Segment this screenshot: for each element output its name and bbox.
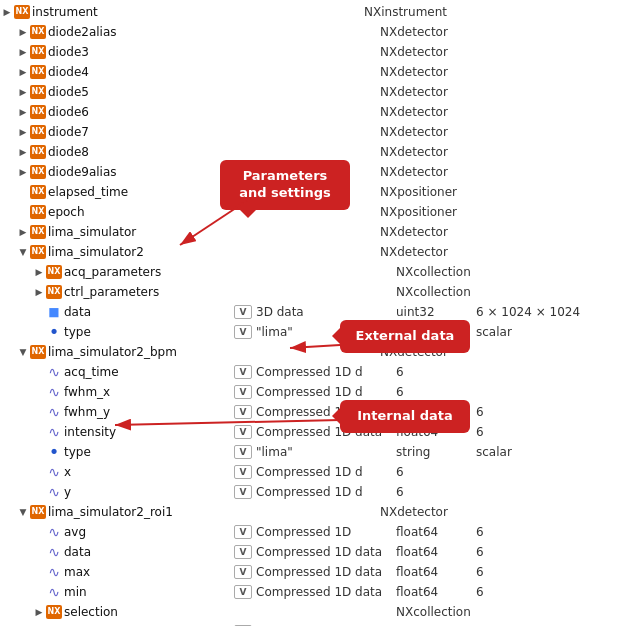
tree-row[interactable]: ∿yVCompressed 1D d6 (0, 482, 641, 502)
tree-row[interactable]: ▼NXlima_simulator2NXdetector (0, 242, 641, 262)
nx-icon: NX (30, 125, 46, 139)
row-shape: 6 (396, 465, 404, 479)
expand-button[interactable]: ▶ (16, 65, 30, 79)
tree-rows: ▶NXinstrumentNXinstrument▶NXdiode2aliasN… (0, 2, 641, 626)
tree-row[interactable]: ▶NXlima_simulatorNXdetector (0, 222, 641, 242)
row-shape: 6 (396, 365, 404, 379)
tree-row[interactable]: ∿minVCompressed 1D datafloat646 (0, 582, 641, 602)
nx-icon: NX (30, 205, 46, 219)
row-type: float64 (396, 525, 476, 539)
dot-icon: • (46, 445, 62, 459)
tree-row[interactable]: ∿maxVCompressed 1D datafloat646 (0, 562, 641, 582)
nx-icon: NX (30, 225, 46, 239)
row-shape: scalar (476, 325, 512, 339)
nx-icon: NX (30, 185, 46, 199)
tree-row[interactable]: ▶NXinstrumentNXinstrument (0, 2, 641, 22)
v-badge: V (234, 545, 252, 559)
row-desc: 3D data (256, 305, 396, 319)
row-name: intensity (64, 425, 234, 439)
tree-row[interactable]: ▶NXctrl_parametersNXcollection (0, 282, 641, 302)
row-shape: 6 (476, 565, 484, 579)
row-type: NXinstrument (364, 5, 447, 19)
row-name: diode8 (48, 145, 218, 159)
tree-row[interactable]: ▼NXlima_simulator2_roi1NXdetector (0, 502, 641, 522)
tree-row[interactable]: ∿xVCompressed 1D d6 (0, 462, 641, 482)
tree-row[interactable]: •typeV"lima"stringscalar (0, 442, 641, 462)
collapse-button[interactable]: ▼ (16, 345, 30, 359)
nx-icon: NX (30, 145, 46, 159)
row-name: diode3 (48, 45, 218, 59)
nx-icon: NX (30, 25, 46, 39)
tree-row[interactable]: ∿acq_timeVCompressed 1D d6 (0, 362, 641, 382)
wave-icon: ∿ (46, 585, 62, 599)
tree-row[interactable]: ∿fwhm_xVCompressed 1D d6 (0, 382, 641, 402)
nx-icon: NX (30, 505, 46, 519)
expand-button[interactable]: ▶ (16, 145, 30, 159)
row-desc: "lima" (256, 445, 396, 459)
row-desc: Compressed 1D data (256, 585, 396, 599)
nx-icon: NX (30, 165, 46, 179)
row-desc: Compressed 1D data (256, 545, 396, 559)
row-name: diode2alias (48, 25, 218, 39)
tree-container: ▶NXinstrumentNXinstrument▶NXdiode2aliasN… (0, 0, 641, 626)
tree-row[interactable]: NXepochNXpositioner (0, 202, 641, 222)
nx-icon: NX (30, 105, 46, 119)
dot-icon: • (46, 325, 62, 339)
expand-button[interactable]: ▶ (16, 105, 30, 119)
tree-row[interactable]: ▶NXdiode4NXdetector (0, 62, 641, 82)
row-type: NXdetector (380, 245, 460, 259)
tree-row[interactable]: ∿avgVCompressed 1Dfloat646 (0, 522, 641, 542)
row-type: NXcollection (396, 605, 476, 619)
tree-row[interactable]: ■dataV3D datauint326 × 1024 × 1024 (0, 302, 641, 322)
expand-button[interactable]: ▶ (16, 45, 30, 59)
tree-row[interactable]: ▶NXdiode5NXdetector (0, 82, 641, 102)
row-name: data (64, 545, 234, 559)
tree-row[interactable]: •typeV"lima"stringscalar (0, 322, 641, 342)
expand-button[interactable]: ▶ (16, 125, 30, 139)
tree-row[interactable]: ∿fwhm_yVCompressed 1D datafloat646 (0, 402, 641, 422)
row-name: y (64, 485, 234, 499)
row-name: selection (64, 605, 234, 619)
expand-button[interactable]: ▶ (16, 25, 30, 39)
tree-row[interactable]: ∿intensityVCompressed 1D datafloat646 (0, 422, 641, 442)
expand-button[interactable]: ▶ (0, 5, 14, 19)
nx-icon: NX (30, 65, 46, 79)
row-name: instrument (32, 5, 202, 19)
tree-row[interactable]: ▼NXlima_simulator2_bpmNXdetector (0, 342, 641, 362)
tree-row[interactable]: ▶NXselectionNXcollection (0, 602, 641, 622)
collapse-button[interactable]: ▼ (16, 245, 30, 259)
row-desc: Compressed 1D data (256, 565, 396, 579)
collapse-button[interactable]: ▼ (16, 505, 30, 519)
tree-row[interactable]: ▶NXdiode6NXdetector (0, 102, 641, 122)
tree-row[interactable]: ▶NXdiode3NXdetector (0, 42, 641, 62)
tree-row[interactable]: ∿stdVCompressed 1D datafloat646 (0, 622, 641, 626)
row-desc: Compressed 1D d (256, 365, 396, 379)
row-type: NXdetector (380, 105, 460, 119)
row-type: uint32 (396, 305, 476, 319)
row-name: max (64, 565, 234, 579)
row-desc: Compressed 1D data (256, 425, 396, 439)
wave-icon: ∿ (46, 465, 62, 479)
nx-icon: NX (14, 5, 30, 19)
row-name: lima_simulator2_roi1 (48, 505, 218, 519)
row-type: NXcollection (396, 285, 476, 299)
expand-button[interactable]: ▶ (32, 285, 46, 299)
tree-row[interactable]: ▶NXdiode9aliasNXdetector (0, 162, 641, 182)
tree-row[interactable]: ∿dataVCompressed 1D datafloat646 (0, 542, 641, 562)
row-name: elapsed_time (48, 185, 218, 199)
row-shape: 6 (396, 485, 404, 499)
tree-row[interactable]: NXelapsed_timeNXpositioner (0, 182, 641, 202)
tree-row[interactable]: ▶NXacq_parametersNXcollection (0, 262, 641, 282)
expand-button[interactable]: ▶ (32, 265, 46, 279)
v-badge: V (234, 585, 252, 599)
expand-button[interactable]: ▶ (16, 165, 30, 179)
tree-row[interactable]: ▶NXdiode8NXdetector (0, 142, 641, 162)
expand-button[interactable]: ▶ (32, 605, 46, 619)
v-badge: V (234, 445, 252, 459)
tree-row[interactable]: ▶NXdiode2aliasNXdetector (0, 22, 641, 42)
v-badge: V (234, 385, 252, 399)
row-name: min (64, 585, 234, 599)
expand-button[interactable]: ▶ (16, 225, 30, 239)
expand-button[interactable]: ▶ (16, 85, 30, 99)
tree-row[interactable]: ▶NXdiode7NXdetector (0, 122, 641, 142)
